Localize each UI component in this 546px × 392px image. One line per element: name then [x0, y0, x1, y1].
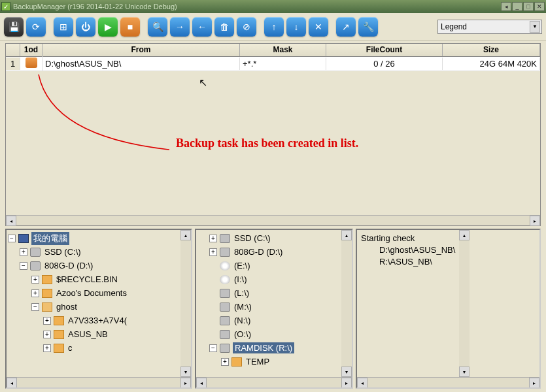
row-icon-cell: [20, 56, 43, 71]
cancel-button[interactable]: ⊘: [237, 17, 256, 37]
col-size[interactable]: Size: [443, 44, 540, 56]
tree-item[interactable]: (E:\): [209, 259, 340, 272]
stop-button[interactable]: ■: [120, 17, 140, 37]
mid-tree[interactable]: +SSD (C:\) +808G-D (D:\) (E:\) (I:\) (L:…: [196, 230, 341, 377]
expand-icon[interactable]: +: [31, 289, 39, 297]
scroll-track[interactable]: [16, 216, 530, 225]
tree-item[interactable]: (L:\): [209, 286, 340, 300]
expand-icon[interactable]: +: [209, 235, 217, 242]
col-filecount[interactable]: FileCount: [326, 44, 443, 56]
grid-header: 1od From Mask FileCount Size: [6, 44, 540, 57]
back-button[interactable]: ←: [192, 17, 212, 37]
tree-item[interactable]: (I:\): [209, 272, 340, 286]
expand-icon[interactable]: +: [221, 358, 229, 366]
cd-icon: [220, 261, 230, 270]
mid-hscroll[interactable]: ◂▸: [196, 377, 352, 387]
computer-icon: [18, 234, 29, 243]
log-line: D:\ghost\ASUS_NB\: [361, 244, 455, 256]
annotation-arrow: [32, 71, 182, 163]
expand-icon[interactable]: +: [209, 248, 217, 256]
expand-icon[interactable]: +: [43, 344, 51, 352]
folder-icon: [54, 330, 64, 339]
tree-item[interactable]: −RAMDISK (R:\): [209, 341, 340, 355]
maximize-button[interactable]: □: [523, 2, 534, 11]
col-tod[interactable]: 1od: [20, 44, 43, 56]
drive-icon: [220, 330, 230, 339]
x-icon: ✕: [315, 22, 322, 32]
row-mask: +*.*: [240, 57, 326, 70]
log-hscroll[interactable]: ◂▸: [357, 377, 539, 387]
legend-combobox[interactable]: Legend ▼: [437, 20, 542, 34]
left-hscroll[interactable]: ◂▸: [7, 377, 191, 387]
minimize-button[interactable]: _: [512, 2, 522, 11]
folder-icon: [42, 289, 52, 298]
tree-item[interactable]: +808G-D (D:\): [209, 245, 340, 259]
tree-item[interactable]: +c: [43, 341, 179, 355]
tree-item[interactable]: (N:\): [209, 314, 340, 327]
expand-icon[interactable]: +: [43, 317, 51, 325]
table-row[interactable]: 1 D:\ghost\ASUS_NB\ +*.* 0 / 26 24G 64M …: [6, 57, 540, 71]
tree-item[interactable]: −ghost: [31, 300, 179, 314]
titlebar-left-button[interactable]: ◂: [501, 2, 511, 11]
expand-icon[interactable]: +: [20, 248, 27, 256]
col-from[interactable]: From: [43, 44, 240, 56]
tree-item[interactable]: +SSD (C:\): [20, 245, 179, 259]
tree-item[interactable]: +ASUS_NB: [43, 327, 179, 341]
tree-item[interactable]: (M:\): [209, 300, 340, 314]
refresh-icon: ⟳: [32, 22, 40, 32]
scroll-down-button[interactable]: ▾: [180, 367, 191, 377]
folder-icon: [54, 316, 64, 325]
tree-item[interactable]: (O:\): [209, 327, 340, 341]
folder-icon: [54, 344, 64, 353]
delete-button[interactable]: 🗑: [214, 17, 234, 37]
folder-icon: [42, 275, 52, 284]
play-button[interactable]: ▶: [98, 17, 118, 37]
scroll-right-button[interactable]: ▸: [530, 216, 540, 226]
tree-item[interactable]: +SSD (C:\): [209, 231, 340, 245]
scroll-up-button[interactable]: ▴: [180, 230, 191, 240]
col-num[interactable]: [6, 44, 20, 56]
power-button[interactable]: ⏻: [76, 17, 95, 37]
up-button[interactable]: ↑: [264, 17, 284, 37]
expand-icon[interactable]: +: [31, 276, 39, 284]
share-button[interactable]: ↗: [336, 17, 356, 37]
left-tree-panel: −我的電腦 +SSD (C:\) −808G-D (D:\) +$RECYCLE…: [5, 229, 192, 389]
share-icon: ↗: [342, 22, 350, 32]
mid-tree-panel: +SSD (C:\) +808G-D (D:\) (E:\) (I:\) (L:…: [195, 229, 353, 389]
refresh-button[interactable]: ⟳: [26, 17, 46, 37]
close-button[interactable]: ✕: [534, 2, 545, 11]
collapse-icon[interactable]: −: [20, 262, 27, 270]
down-button[interactable]: ↓: [286, 17, 306, 37]
power-icon: ⏻: [81, 22, 90, 32]
row-filecount: 0 / 26: [326, 57, 443, 70]
left-vscroll[interactable]: ▴▾: [180, 230, 191, 377]
search-button[interactable]: 🔍: [148, 17, 167, 37]
windows-button[interactable]: ⊞: [54, 17, 73, 37]
windows-icon: ⊞: [60, 22, 67, 32]
cursor-icon: ↖: [199, 76, 207, 89]
annotation-text: Backup task has been created in list.: [176, 137, 358, 150]
app-icon: ✓: [1, 2, 10, 11]
trash-icon: 🗑: [220, 22, 229, 32]
forward-button[interactable]: →: [170, 17, 190, 37]
collapse-icon[interactable]: −: [8, 235, 16, 242]
settings-button[interactable]: 🔧: [358, 17, 378, 37]
collapse-icon[interactable]: −: [31, 303, 39, 311]
remove-button[interactable]: ✕: [309, 17, 328, 37]
collapse-icon[interactable]: −: [209, 344, 217, 352]
save-button[interactable]: 💾: [4, 17, 24, 37]
expand-icon[interactable]: +: [43, 331, 51, 338]
tree-item[interactable]: +$RECYCLE.BIN: [31, 272, 179, 286]
tree-item[interactable]: −808G-D (D:\): [20, 259, 179, 272]
tree-item[interactable]: +Azoo's Documents: [31, 286, 179, 300]
scroll-left-button[interactable]: ◂: [6, 216, 16, 226]
tree-root[interactable]: −我的電腦: [8, 231, 179, 245]
left-tree[interactable]: −我的電腦 +SSD (C:\) −808G-D (D:\) +$RECYCLE…: [7, 230, 180, 377]
mid-vscroll[interactable]: ▴▾: [341, 230, 352, 377]
grid-hscroll[interactable]: ◂ ▸: [6, 215, 540, 225]
log-vscroll[interactable]: ▴▾: [459, 230, 469, 377]
col-mask[interactable]: Mask: [240, 44, 326, 56]
tree-item[interactable]: +A7V333+A7V4(: [43, 314, 179, 327]
tree-item[interactable]: +TEMP: [221, 355, 340, 368]
grid-body: Backup task has been created in list. ↖: [6, 71, 540, 215]
